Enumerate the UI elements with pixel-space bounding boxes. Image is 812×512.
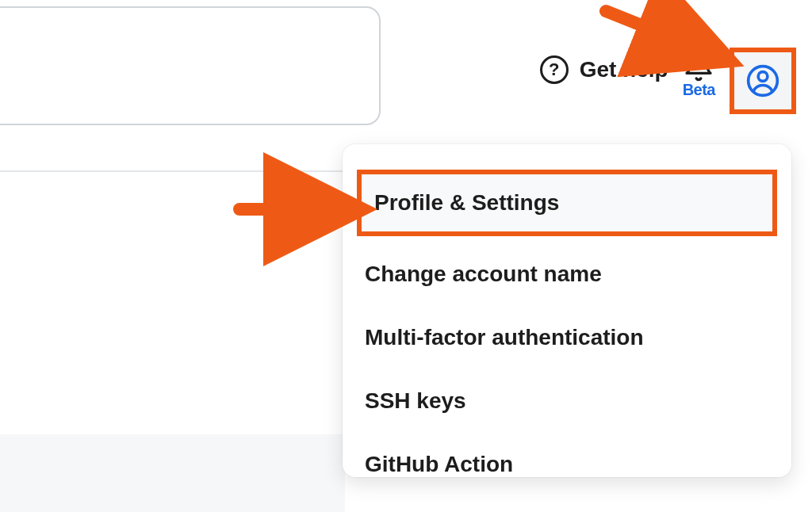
menu-item-ssh-keys[interactable]: SSH keys	[343, 369, 791, 433]
menu-item-profile-settings[interactable]: Profile & Settings	[357, 170, 777, 236]
header-actions: ? Get help Beta	[540, 48, 796, 114]
svg-point-1	[758, 72, 768, 82]
help-label: Get help	[580, 57, 668, 82]
menu-item-change-account-name[interactable]: Change account name	[343, 243, 791, 306]
bell-icon	[683, 51, 714, 82]
menu-item-github-action[interactable]: GitHub Action	[343, 433, 791, 477]
search-input[interactable]	[0, 6, 381, 125]
help-icon: ?	[540, 55, 569, 84]
avatar-dropdown-menu: Profile & Settings Change account name M…	[343, 144, 791, 477]
svg-line-3	[606, 11, 709, 52]
content-background	[0, 434, 345, 512]
get-help-button[interactable]: ? Get help	[540, 55, 668, 84]
user-icon	[745, 63, 780, 98]
notifications-button[interactable]: Beta	[683, 51, 715, 99]
divider	[0, 170, 345, 172]
avatar-button[interactable]	[730, 48, 796, 114]
beta-badge: Beta	[683, 81, 715, 99]
menu-item-multi-factor-authentication[interactable]: Multi-factor authentication	[343, 306, 791, 369]
